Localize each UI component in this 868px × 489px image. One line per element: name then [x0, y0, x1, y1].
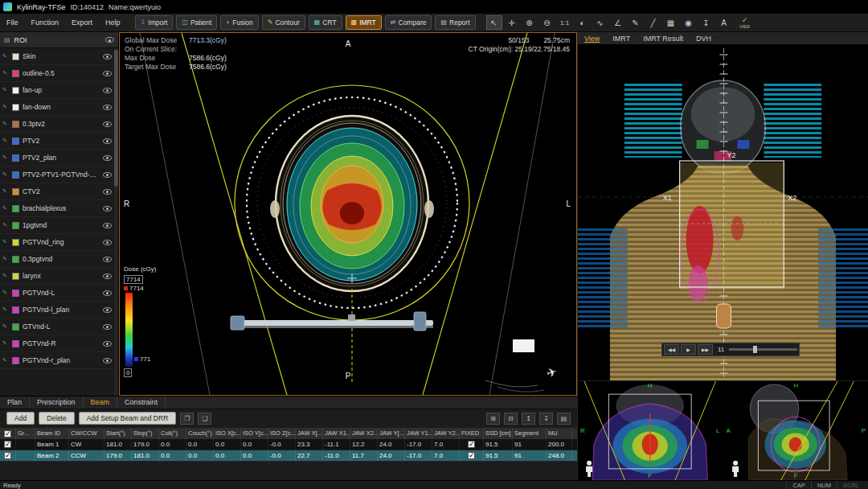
roi-row[interactable]: ✎0.3ptv2	[0, 116, 114, 133]
eye-icon[interactable]	[103, 71, 112, 76]
eye-icon[interactable]	[103, 105, 112, 110]
toolbar-button-crt[interactable]: ▦ CRT	[309, 15, 342, 30]
row-checkbox[interactable]	[0, 439, 16, 450]
forward-button[interactable]: ▶▶	[698, 344, 713, 355]
roi-color-swatch[interactable]	[12, 273, 19, 280]
playback-slider-thumb[interactable]	[753, 346, 757, 353]
menu-help[interactable]: Help	[99, 14, 127, 31]
roi-color-swatch[interactable]	[12, 256, 19, 263]
beam-row-1[interactable]: Beam 1 CW 181.0 179.0 0.0 0.0 0.0 0.0 -0…	[0, 439, 577, 450]
select-tool-icon[interactable]: ↖	[486, 15, 502, 30]
cell-fixed-checkbox[interactable]	[460, 450, 484, 461]
view-options-button[interactable]: ✓ VIEW	[735, 17, 755, 29]
add-row-icon[interactable]: ⊞	[486, 413, 500, 425]
roi-row[interactable]: ✎1pgtvnd	[0, 217, 114, 234]
tab-beam[interactable]: Beam	[84, 397, 118, 409]
menu-function[interactable]: Function	[25, 14, 66, 31]
roi-color-swatch[interactable]	[12, 290, 19, 297]
eye-icon[interactable]	[103, 324, 112, 330]
tab-imrt[interactable]: IMRT	[606, 32, 637, 45]
move-beam-up-icon[interactable]: ↥	[522, 413, 535, 425]
eye-icon[interactable]	[103, 358, 112, 364]
pencil-tool-icon[interactable]: ✎	[628, 15, 644, 30]
beam-list-icon[interactable]: ▤	[557, 413, 571, 425]
pan-tool-icon[interactable]: ✛	[504, 15, 520, 30]
eye-icon[interactable]	[103, 257, 112, 262]
eye-icon[interactable]	[103, 341, 112, 347]
toolbar-button-report[interactable]: ▤ Report	[435, 15, 475, 30]
menu-export[interactable]: Export	[65, 14, 99, 31]
eye-icon[interactable]	[103, 189, 112, 195]
eye-icon[interactable]	[103, 54, 112, 60]
eye-icon[interactable]	[103, 206, 112, 212]
actual-size-icon[interactable]: 1:1	[557, 15, 573, 30]
roi-row[interactable]: ✎PGTVnd_ring	[0, 234, 114, 251]
roi-row[interactable]: ✎PTV2-PTV1-PGTVnd-PGTVn:	[0, 166, 114, 183]
toolbar-button-contour[interactable]: ✎ Contour	[262, 15, 305, 30]
eye-icon[interactable]	[103, 307, 112, 313]
play-button[interactable]: ▶	[681, 344, 696, 355]
eye-icon[interactable]	[103, 155, 112, 161]
roi-row[interactable]: ✎larynx	[0, 268, 114, 285]
profile-curve-icon[interactable]: ∿	[592, 15, 608, 30]
eye-icon[interactable]	[105, 37, 114, 43]
roi-row[interactable]: ✎PTV2	[0, 133, 114, 150]
roi-color-swatch[interactable]	[12, 138, 19, 145]
menu-file[interactable]: File	[0, 14, 25, 31]
tab-prescription[interactable]: Prescription	[30, 397, 84, 409]
window-level-icon[interactable]: ◐	[575, 15, 591, 30]
toolbar-button-compare[interactable]: ⇄ Compare	[385, 15, 432, 30]
roi-color-swatch[interactable]	[12, 188, 19, 195]
capture-tool-icon[interactable]: ◉	[681, 15, 697, 30]
roi-row[interactable]: ✎Skin	[0, 48, 114, 65]
roi-color-swatch[interactable]	[12, 53, 19, 60]
tab-view[interactable]: View	[578, 32, 606, 45]
remove-row-icon[interactable]: ⊟	[504, 413, 518, 425]
toolbar-button-fusion[interactable]: ◐ Fusion	[220, 15, 258, 30]
roi-row[interactable]: ✎outline-0.5	[0, 65, 114, 82]
roi-row[interactable]: ✎brachialplexus	[0, 200, 114, 217]
roi-color-swatch[interactable]	[12, 239, 19, 246]
eye-icon[interactable]	[103, 138, 112, 144]
roi-color-swatch[interactable]	[12, 70, 19, 77]
zoom-out-icon[interactable]: ⊖	[539, 15, 555, 30]
roi-color-swatch[interactable]	[12, 306, 19, 314]
roi-color-swatch[interactable]	[12, 154, 19, 162]
roi-row[interactable]: ✎PGTVnd-r_plan	[0, 352, 114, 369]
toolbar-button-patient[interactable]: ◫ Patient	[176, 15, 217, 30]
eye-icon[interactable]	[103, 273, 112, 279]
grid-tool-icon[interactable]: ▦	[663, 15, 679, 30]
sagittal-preview[interactable]: H A P F	[724, 380, 868, 480]
eye-icon[interactable]	[103, 88, 112, 93]
roi-color-swatch[interactable]	[12, 87, 19, 94]
roi-color-swatch[interactable]	[12, 357, 19, 364]
delete-beam-button[interactable]: Delete	[39, 412, 75, 425]
tab-dvh[interactable]: DVH	[690, 32, 718, 45]
roi-row[interactable]: ✎0.3pgtvnd	[0, 251, 114, 268]
roi-row[interactable]: ✎PGTVnd-R	[0, 335, 114, 352]
export-image-icon[interactable]: ↧	[698, 15, 714, 30]
roi-color-swatch[interactable]	[12, 205, 19, 212]
roi-row[interactable]: ✎fan-down	[0, 99, 114, 116]
roi-row[interactable]: ✎fan-up	[0, 82, 114, 99]
add-beam-button[interactable]: Add	[6, 412, 35, 425]
roi-row[interactable]: ✎PTV2_plan	[0, 150, 114, 166]
row-checkbox[interactable]	[0, 450, 16, 461]
move-beam-down-icon[interactable]: ↧	[539, 413, 553, 425]
select-all-checkbox[interactable]	[0, 428, 16, 439]
beam-row-2[interactable]: Beam 2 CCW 179.0 181.0 0.0 0.0 0.0 0.0 -…	[0, 450, 577, 462]
axial-ct-viewport[interactable]: ✈ Global Max Dose7713.3(cGy) On Current …	[119, 32, 577, 396]
angle-measure-icon[interactable]: ∠	[610, 15, 626, 30]
copy-beam-icon[interactable]: ❐	[180, 413, 194, 425]
eye-icon[interactable]	[103, 172, 112, 178]
roi-scrollbar[interactable]	[114, 48, 118, 396]
roi-color-swatch[interactable]	[12, 171, 19, 179]
ruler-tool-icon[interactable]: ╱	[645, 15, 661, 30]
roi-row[interactable]: ✎PGTVnd-l_plan	[0, 302, 114, 318]
paste-beam-icon[interactable]: ❏	[198, 413, 211, 425]
toolbar-button-imrt[interactable]: ▩ IMRT	[346, 15, 382, 30]
roi-scrollbar-thumb[interactable]	[114, 50, 118, 187]
cell-fixed-checkbox[interactable]	[460, 439, 484, 450]
tab-constraint[interactable]: Constraint	[117, 397, 166, 409]
add-setup-beam-drr-button[interactable]: Add Setup Beam and DRR	[79, 412, 177, 425]
